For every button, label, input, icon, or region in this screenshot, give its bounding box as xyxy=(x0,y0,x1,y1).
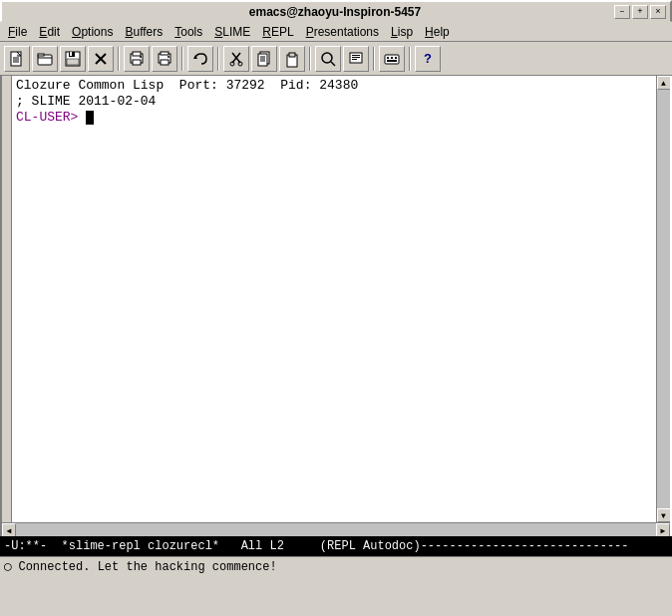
minimize-button[interactable]: – xyxy=(614,5,630,19)
help-button[interactable]: ? xyxy=(415,46,441,72)
editor-area[interactable]: Clozure Common Lisp Port: 37292 Pid: 243… xyxy=(2,76,670,522)
undo-button[interactable] xyxy=(187,46,213,72)
svg-point-20 xyxy=(168,56,169,58)
print3-button[interactable] xyxy=(343,46,369,72)
window-title: emacs@zhaoyu-Inspiron-5457 xyxy=(56,5,614,19)
print-setup-button[interactable] xyxy=(124,46,150,72)
menu-help[interactable]: Help xyxy=(419,23,456,41)
svg-rect-43 xyxy=(387,60,397,62)
svg-rect-38 xyxy=(352,59,357,60)
mode-line-text: -U:**- *slime-repl clozurecl* All L2 (RE… xyxy=(4,539,629,553)
svg-rect-18 xyxy=(161,52,168,55)
svg-line-34 xyxy=(331,62,335,66)
svg-rect-42 xyxy=(395,57,397,59)
scroll-down-arrow[interactable]: ▼ xyxy=(657,508,671,522)
svg-rect-32 xyxy=(289,53,295,57)
scroll-track-horizontal[interactable] xyxy=(16,523,656,536)
menu-tools[interactable]: Tools xyxy=(168,23,208,41)
menu-file[interactable]: File xyxy=(2,23,33,41)
svg-rect-19 xyxy=(161,60,168,65)
text-cursor xyxy=(86,111,94,125)
editor-line-3: CL-USER> xyxy=(16,110,652,126)
editor-content[interactable]: Clozure Common Lisp Port: 37292 Pid: 243… xyxy=(12,76,656,522)
spell-button[interactable] xyxy=(379,46,405,72)
toolbar-separator-6 xyxy=(409,47,411,71)
menu-buffers[interactable]: Buffers xyxy=(119,23,168,41)
menu-slime[interactable]: SLIME xyxy=(208,23,256,41)
search-button[interactable] xyxy=(315,46,341,72)
svg-rect-14 xyxy=(133,52,141,56)
close-buffer-button[interactable] xyxy=(88,46,114,72)
svg-rect-9 xyxy=(70,52,72,56)
menu-edit[interactable]: Edit xyxy=(33,23,66,41)
menu-bar: File Edit Options Buffers Tools SLIME RE… xyxy=(0,22,672,42)
vertical-scrollbar[interactable]: ▲ ▼ xyxy=(656,76,670,522)
menu-options[interactable]: Options xyxy=(66,23,119,41)
status-bar-text: ◯ Connected. Let the hacking commence! xyxy=(4,559,277,574)
save-button[interactable] xyxy=(60,46,86,72)
svg-rect-40 xyxy=(387,57,389,59)
toolbar-separator-3 xyxy=(217,47,219,71)
title-bar: emacs@zhaoyu-Inspiron-5457 – + × xyxy=(0,0,672,22)
menu-presentations[interactable]: Presentations xyxy=(300,23,385,41)
toolbar-separator-5 xyxy=(373,47,375,71)
toolbar-separator-4 xyxy=(309,47,311,71)
svg-rect-41 xyxy=(391,57,393,59)
copy-button[interactable] xyxy=(251,46,277,72)
scroll-up-arrow[interactable]: ▲ xyxy=(657,76,671,90)
close-button[interactable]: × xyxy=(650,5,666,19)
new-file-button[interactable] xyxy=(4,46,30,72)
svg-rect-37 xyxy=(352,57,360,58)
svg-rect-5 xyxy=(38,54,44,56)
maximize-button[interactable]: + xyxy=(632,5,648,19)
toolbar-separator-2 xyxy=(181,47,183,71)
cut-button[interactable] xyxy=(223,46,249,72)
scroll-left-arrow[interactable]: ◀ xyxy=(2,523,16,536)
scroll-right-arrow[interactable]: ▶ xyxy=(656,523,670,536)
toolbar-separator-1 xyxy=(118,47,120,71)
svg-rect-15 xyxy=(133,60,141,65)
editor-line-1: Clozure Common Lisp Port: 37292 Pid: 243… xyxy=(16,78,652,94)
open-file-button[interactable] xyxy=(32,46,58,72)
svg-point-33 xyxy=(322,53,332,63)
status-bar: ◯ Connected. Let the hacking commence! xyxy=(0,556,672,576)
line-gutter xyxy=(2,76,12,522)
print-button[interactable] xyxy=(152,46,177,72)
scroll-track-vertical[interactable] xyxy=(657,90,671,508)
svg-rect-10 xyxy=(67,59,79,65)
mode-line: -U:**- *slime-repl clozurecl* All L2 (RE… xyxy=(0,536,672,556)
editor-line-2: ; SLIME 2011-02-04 xyxy=(16,94,652,110)
svg-rect-36 xyxy=(352,55,360,56)
menu-repl[interactable]: REPL xyxy=(256,23,299,41)
paste-button[interactable] xyxy=(279,46,305,72)
svg-point-16 xyxy=(140,56,142,58)
svg-rect-39 xyxy=(385,55,399,64)
svg-rect-27 xyxy=(258,54,267,66)
menu-lisp[interactable]: Lisp xyxy=(385,23,419,41)
toolbar: ? xyxy=(0,42,672,76)
horizontal-scrollbar[interactable]: ◀ ▶ xyxy=(2,522,670,536)
window-controls: – + × xyxy=(614,5,666,19)
